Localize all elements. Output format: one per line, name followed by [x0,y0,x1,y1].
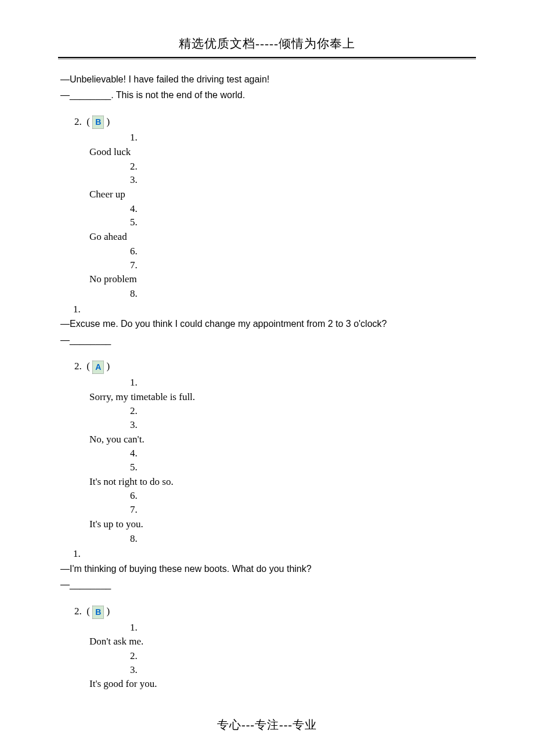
option-text: It's up to you. [89,517,476,532]
trailing-number: 1. [73,546,476,561]
sub-number: 8. [130,287,476,301]
sub-number: 2. [130,649,476,663]
question-prompt-line: —________. This is not the end of the wo… [60,88,476,103]
sub-number: 4. [130,447,476,460]
option-text: It's good for you. [89,676,476,692]
page-header-title: 精选优质文档-----倾情为你奉上 [58,35,476,53]
sub-number: 8. [130,532,476,546]
option-text: No, you can't. [89,432,476,447]
question-number: 2. [74,361,82,372]
sub-number: 6. [130,244,476,258]
question-number-row: 2. ( A ) [74,359,476,374]
option-text: It's not right to do so. [89,474,476,489]
answer-badge: A [92,361,104,374]
sub-number: 5. [130,215,476,229]
sub-number: 1. [130,621,476,635]
option-text: Go ahead [89,229,476,244]
header-divider [58,57,476,59]
question-number-row: 2. ( B ) [74,114,476,129]
trailing-number: 1. [73,302,476,317]
sub-number: 4. [130,202,476,216]
sub-number: 3. [130,173,476,187]
question-prompt-line: —Unbelievable! I have failed the driving… [60,72,476,87]
option-text: Good luck [89,145,476,160]
sub-number: 2. [130,160,476,174]
content-area: —Unbelievable! I have failed the driving… [60,72,476,692]
question-prompt-line: —________ [60,333,476,348]
answer-badge: B [92,606,104,619]
sub-number: 7. [130,258,476,272]
sub-number: 5. [130,460,476,474]
sub-number: 6. [130,489,476,503]
option-text: No problem [89,272,476,287]
answer-badge: B [92,116,104,129]
question-number: 2. [74,606,82,617]
question-prompt-line: —________ [60,577,476,592]
option-text: Sorry, my timetable is full. [89,390,476,405]
sub-number: 1. [130,376,476,390]
sub-number: 1. [130,131,476,145]
question-number-row: 2. ( B ) [74,604,476,619]
option-text: Cheer up [89,187,476,202]
question-number: 2. [74,116,82,127]
sub-number: 3. [130,663,476,677]
question-prompt-line: —Excuse me. Do you think I could change … [60,316,476,332]
sub-number: 2. [130,404,476,418]
question-prompt-line: —I'm thinking of buying these new boots.… [60,561,476,577]
page-footer: 专心---专注---专业 [58,716,476,733]
sub-number: 7. [130,503,476,517]
sub-number: 3. [130,418,476,432]
option-text: Don't ask me. [89,634,476,649]
